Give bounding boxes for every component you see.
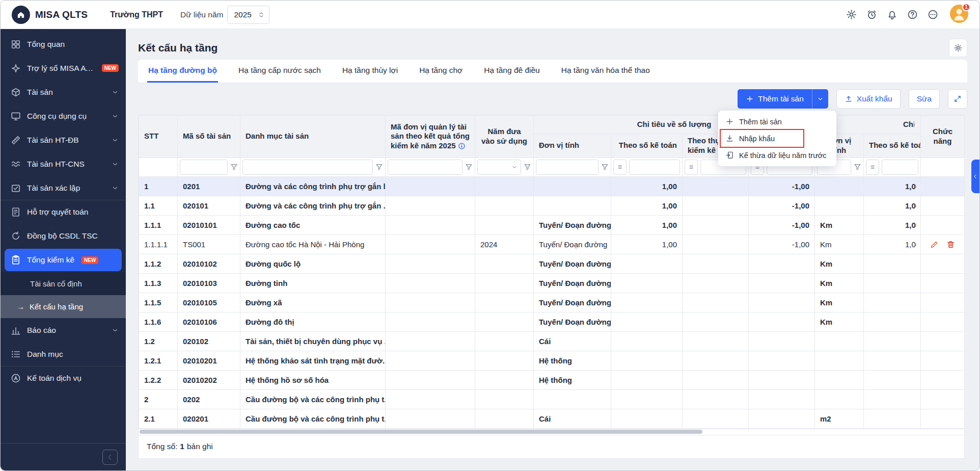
edit-button[interactable]: Sửa <box>909 89 940 109</box>
sidebar-item-tai-san[interactable]: Tài sản <box>1 80 126 104</box>
cell-code: 020101 <box>178 196 240 215</box>
tab-5[interactable]: Hạ tầng đê điều <box>483 60 540 83</box>
horizontal-scrollbar[interactable] <box>139 429 964 435</box>
filter-icon[interactable] <box>375 163 383 171</box>
cell-name: Hệ thống hồ sơ số hóa <box>240 370 386 389</box>
sidebar-collapse-button[interactable] <box>102 450 118 465</box>
table-row[interactable]: 1.1.202010102Đường quốc lộTuyến/ Đoạn đư… <box>139 254 965 273</box>
cell-func <box>921 331 965 351</box>
table-row[interactable]: 1.1.602010106Đường đô thịTuyến/ Đoạn đườ… <box>139 312 965 331</box>
cell-qty_acct: 1,00 <box>611 196 683 215</box>
sidebar-item-ke-toan-dich-vu[interactable]: Kế toán dịch vụ <box>1 366 126 390</box>
add-asset-button[interactable]: Thêm tài sản <box>738 89 828 109</box>
header-stt[interactable]: STT <box>139 116 178 158</box>
sidebar-item-tong-kiem-ke[interactable]: Tổng kiểm kêNEW <box>5 249 122 271</box>
filter-val-acct-input[interactable] <box>882 160 918 175</box>
sidebar-item-dong-bo-csdl-tsc[interactable]: Đồng bộ CSDL TSC <box>1 224 126 248</box>
table-row[interactable]: 1.1.102010101Đường cao tốcTuyến/ Đoạn đư… <box>139 215 965 234</box>
cell-func <box>921 196 965 215</box>
tab-3[interactable]: Hạ tầng thủy lợi <box>341 60 399 83</box>
tab-4[interactable]: Hạ tầng chợ <box>418 60 464 83</box>
header-unit-code[interactable]: Mã đơn vị quản lý tài sản theo kết quả t… <box>386 116 475 158</box>
year-stepper-icon[interactable] <box>258 10 265 19</box>
table-row[interactable]: 1.1020101Đường và các công trình phụ trợ… <box>139 196 965 215</box>
sidebar: Tổng quanTrợ lý số MISA AVANEWTài sảnCôn… <box>1 29 126 470</box>
tab-6[interactable]: Hạ tầng văn hóa thể thao <box>560 60 651 83</box>
cell-func <box>921 409 965 428</box>
info-icon[interactable] <box>458 142 466 150</box>
sidebar-item-tai-san-xac-lap[interactable]: Tài sản xác lập <box>1 176 126 200</box>
add-asset-dropdown-toggle[interactable] <box>812 89 828 109</box>
header-qty-acct[interactable]: Theo số kế toán <box>611 134 683 158</box>
filter-operator[interactable]: = <box>685 160 698 175</box>
side-panel-handle[interactable] <box>971 160 979 193</box>
filter-name-input[interactable] <box>242 160 373 175</box>
year-select[interactable]: 2025 <box>227 6 269 24</box>
chart-icon <box>11 325 21 335</box>
sidebar-item-cong-cu-dung-cu[interactable]: Công cụ dụng cụ <box>1 104 126 128</box>
cell-year <box>475 273 534 293</box>
filter-icon[interactable] <box>854 163 861 171</box>
brand[interactable]: MISA QLTS <box>12 6 88 24</box>
sidebar-item-ket-cau-ha-tang[interactable]: →Kết cấu hạ tầng <box>1 295 126 318</box>
add-asset-button-main[interactable]: Thêm tài sản <box>738 89 812 109</box>
header-year[interactable]: Năm đưa vào sử dụng <box>475 116 534 158</box>
sidebar-item-bao-cao[interactable]: Báo cáo <box>1 318 126 342</box>
header-code[interactable]: Mã số tài sản <box>178 116 240 158</box>
edit-row-button[interactable] <box>930 240 939 249</box>
cell-unit_code <box>386 389 475 409</box>
menu-item-1[interactable]: Thêm tài sản <box>718 113 836 130</box>
filter-unit-input[interactable] <box>536 160 598 175</box>
expand-button[interactable] <box>948 89 967 109</box>
filter-icon[interactable] <box>524 163 531 171</box>
table-row[interactable]: 1.2020102Tài sản, thiết bị chuyên dùng p… <box>139 331 965 351</box>
bell-icon[interactable] <box>887 9 897 20</box>
table-row[interactable]: 1.2.102010201Hệ thống khảo sát tình trạn… <box>139 351 965 370</box>
table-row[interactable]: 1.2.202010202Hệ thống hồ sơ số hóaHệ thố… <box>139 370 965 389</box>
filter-icon[interactable] <box>230 163 238 171</box>
filter-year-select[interactable] <box>477 160 521 175</box>
menu-item-2[interactable]: Nhập khẩu <box>718 130 836 147</box>
filter-operator[interactable]: = <box>613 160 627 175</box>
filter-icon[interactable] <box>601 163 609 171</box>
more-icon[interactable] <box>928 9 938 20</box>
cell-diff <box>749 254 815 273</box>
sidebar-item-tro-ly-so-misa-ava[interactable]: Trợ lý số MISA AVANEW <box>1 56 126 80</box>
sidebar-item-tai-san-ht-cns[interactable]: Tài sản HT-CNS <box>1 152 126 176</box>
table-row[interactable]: 2.1020201Cầu đường bộ và các công trình … <box>139 409 965 428</box>
sidebar-item-tai-san-ht-db[interactable]: Tài sản HT-ĐB <box>1 128 126 152</box>
table-row[interactable]: 1.1.502010105Đường xãTuyến/ Đoạn đườngKm <box>139 293 965 312</box>
filter-operator[interactable]: = <box>866 160 879 175</box>
delete-row-button[interactable] <box>946 240 955 249</box>
settings-icon[interactable] <box>846 9 857 20</box>
sidebar-item-tong-quan[interactable]: Tổng quan <box>1 32 126 56</box>
filter-qty-acct-input[interactable] <box>629 160 680 175</box>
sidebar-item-label: Tổng kiểm kê <box>27 255 74 265</box>
filter-unit-code-input[interactable] <box>388 160 462 175</box>
menu-item-3[interactable]: Kế thừa dữ liệu năm trước <box>718 147 836 164</box>
tab-1[interactable]: Hạ tầng đường bộ <box>147 60 218 83</box>
filter-code-input[interactable] <box>180 160 228 175</box>
header-name[interactable]: Danh mục tài sản <box>240 116 386 158</box>
scrollbar-thumb[interactable] <box>140 430 702 434</box>
table-row[interactable]: 10201Đường và các công trình phụ trợ gắn… <box>139 176 965 196</box>
cell-unit_code <box>386 409 475 428</box>
table-row[interactable]: 1.1.1.1TS001Đường cao tốc Hà Nội - Hải P… <box>139 234 965 254</box>
table-row[interactable]: 1.1.302010103Đường tỉnhTuyến/ Đoạn đường… <box>139 273 965 293</box>
export-button[interactable]: Xuất khẩu <box>836 89 901 109</box>
cell-unit2 <box>815 370 864 389</box>
page-settings-button[interactable] <box>949 39 967 57</box>
sidebar-item-danh-muc[interactable]: Danh mục <box>1 342 126 366</box>
avatar[interactable]: 1 <box>950 5 968 25</box>
tab-2[interactable]: Hạ tầng cấp nước sạch <box>237 60 322 83</box>
cell-code: 02010202 <box>178 370 240 389</box>
reminder-icon[interactable] <box>866 9 877 20</box>
sidebar-item-ho-tro-quyet-toan[interactable]: Hỗ trợ quyết toán <box>1 200 126 224</box>
header-unit[interactable]: Đơn vị tính <box>534 134 611 158</box>
filter-icon[interactable] <box>465 163 473 171</box>
header-val-acct[interactable]: Theo số kế toán <box>864 134 921 158</box>
cell-func <box>921 273 965 293</box>
sidebar-item-tai-san-co-dinh[interactable]: Tài sản cố định <box>1 272 126 295</box>
help-icon[interactable] <box>907 9 918 20</box>
table-row[interactable]: 20202Cầu đường bộ và các công trình phụ … <box>139 389 965 409</box>
